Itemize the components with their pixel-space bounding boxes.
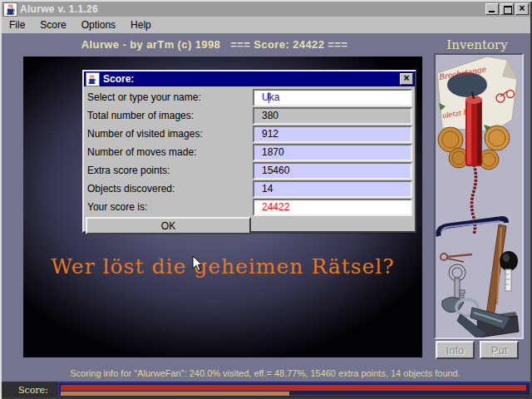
inventory-item-candle[interactable] (466, 92, 482, 166)
dialog-row-objects: Objects discovered: 14 (86, 180, 413, 198)
menu-options[interactable]: Options (74, 17, 123, 32)
score-dialog: Score: × Select or type your name: Uka T… (82, 70, 416, 233)
java-cup-icon (86, 72, 100, 86)
score-value: 24422 (253, 199, 412, 216)
dialog-row-moves: Number of moves made: 1870 (86, 143, 413, 161)
inventory-panel: Brechstange uletzt beim (434, 53, 524, 339)
dialog-close-button[interactable]: × (400, 73, 413, 85)
visited-images-value: 912 (253, 126, 412, 143)
java-cup-icon (3, 2, 17, 17)
dialog-titlebar[interactable]: Score: × (84, 71, 415, 86)
inventory-title: Inventory (429, 37, 525, 52)
total-images-value: 380 (253, 107, 412, 125)
menu-file[interactable]: File (2, 17, 32, 32)
objects-value: 14 (253, 180, 412, 198)
minimize-button[interactable] (485, 3, 499, 15)
text-caret (268, 92, 269, 103)
dialog-row-extra-points: Extra score points: 15460 (86, 161, 413, 180)
moves-value: 1870 (253, 144, 412, 161)
dialog-row-total-images: Total number of images: 380 (86, 106, 413, 125)
row-label: Select or type your name: (86, 91, 253, 103)
dialog-row-visited-images: Number of visited images: 912 (86, 125, 413, 143)
menu-help[interactable]: Help (123, 17, 159, 32)
game-header-text: Alurwe - by arTm (c) 1998 === Score: 244… (0, 38, 429, 51)
menu-score[interactable]: Score (32, 17, 73, 32)
app-window: Alurwe v. 1.1.26 × File Score Options He… (0, 0, 532, 399)
dialog-row-score: Your score is: 24422 (86, 198, 413, 216)
row-label: Total number of images: (86, 110, 253, 121)
put-button[interactable]: Put (480, 341, 519, 359)
efficiency-bar (61, 392, 289, 396)
window-titlebar: Alurwe v. 1.1.26 × (2, 2, 530, 17)
row-label: Number of visited images: (86, 128, 253, 140)
visited-bar (61, 385, 526, 391)
score-strip: Score: (2, 382, 530, 397)
menu-bar: File Score Options Help (2, 17, 530, 33)
dialog-row-name: Select or type your name: Uka (86, 88, 413, 106)
ok-button[interactable]: OK (86, 217, 251, 234)
score-progressbar (58, 382, 530, 396)
row-label: Extra score points: (86, 165, 253, 176)
score-bar-label: Score: (18, 385, 48, 396)
close-button[interactable]: × (515, 3, 529, 15)
info-button[interactable]: Info (436, 341, 475, 359)
row-label: Your score is: (86, 201, 253, 213)
inventory-item-crowbar[interactable] (438, 219, 506, 236)
scene-question-text: Wer löst die geheimen Rätsel? (23, 254, 422, 278)
inventory-item-hook-tool[interactable] (441, 254, 472, 262)
inventory-item-car-key[interactable] (500, 251, 518, 291)
maximize-button[interactable] (500, 3, 514, 15)
name-input[interactable]: Uka (253, 89, 412, 106)
window-title: Alurwe v. 1.1.26 (20, 3, 98, 15)
dialog-title: Score: (103, 73, 400, 85)
inventory-item-skeleton-key[interactable] (451, 266, 465, 298)
extra-points-value: 15460 (253, 162, 412, 180)
scoring-status-text: Scoring info for "AlurweFan": 240.0% vis… (0, 368, 530, 378)
row-label: Number of moves made: (86, 146, 253, 158)
mouse-cursor-icon (192, 255, 204, 272)
row-label: Objects discovered: (86, 183, 253, 195)
